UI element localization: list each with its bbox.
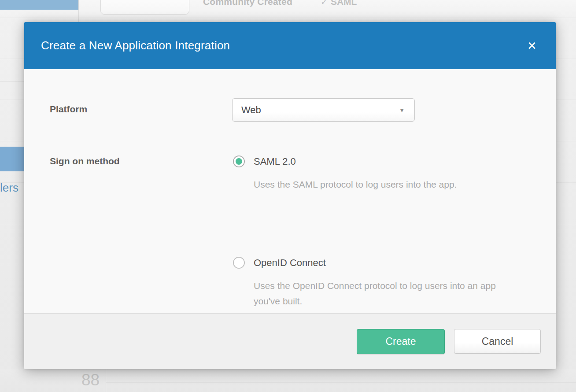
- modal-body: Platform Web ▼ Sign on method SAML 2.0 U…: [24, 69, 556, 313]
- platform-label: Platform: [50, 104, 87, 115]
- radio-saml[interactable]: SAML 2.0: [233, 155, 457, 167]
- modal-footer: Create Cancel: [24, 313, 556, 369]
- radio-saml-description: Uses the SAML protocol to log users into…: [254, 177, 457, 192]
- close-icon[interactable]: ✕: [522, 36, 542, 55]
- background-column-divider: [78, 0, 79, 22]
- create-button[interactable]: Create: [357, 329, 445, 354]
- background-column-header-label: Community Created: [203, 0, 292, 7]
- background-sort-label: SAML: [331, 0, 357, 7]
- sign-on-method-label: Sign on method: [50, 156, 120, 166]
- background-filter-button: [100, 0, 189, 15]
- radio-option-openid: OpenID Connect Uses the OpenID Connect p…: [233, 257, 518, 309]
- background-column-divider-bottom: [106, 369, 106, 392]
- background-sort-column: ✓SAML: [321, 0, 357, 7]
- radio-openid-label: OpenID Connect: [254, 257, 326, 269]
- cancel-button[interactable]: Cancel: [454, 329, 541, 354]
- radio-openid[interactable]: OpenID Connect: [233, 257, 518, 269]
- radio-openid-description: Uses the OpenID Connect protocol to log …: [254, 278, 518, 309]
- radio-button-icon[interactable]: [233, 155, 245, 167]
- modal-title: Create a New Application Integration: [41, 39, 230, 52]
- radio-option-saml: SAML 2.0 Uses the SAML protocol to log u…: [233, 155, 457, 192]
- radio-saml-label: SAML 2.0: [254, 156, 296, 167]
- background-sidebar-link-fragment: lers: [0, 181, 18, 195]
- platform-dropdown[interactable]: Web ▼: [232, 98, 415, 122]
- modal-header: Create a New Application Integration ✕: [24, 22, 556, 69]
- radio-button-icon[interactable]: [233, 257, 245, 269]
- chevron-down-icon: ▼: [399, 107, 405, 113]
- background-sidebar-highlight: [0, 147, 24, 171]
- check-icon: ✓: [321, 0, 328, 7]
- background-rowline-bottom: [106, 382, 576, 383]
- background-sidebar-divider: [0, 81, 24, 82]
- radio-selected-dot: [236, 158, 242, 165]
- background-row-count: 88: [81, 371, 100, 389]
- create-app-integration-modal: Create a New Application Integration ✕ P…: [24, 22, 556, 369]
- background-selected-tab: [0, 0, 78, 10]
- platform-dropdown-value: Web: [241, 104, 261, 116]
